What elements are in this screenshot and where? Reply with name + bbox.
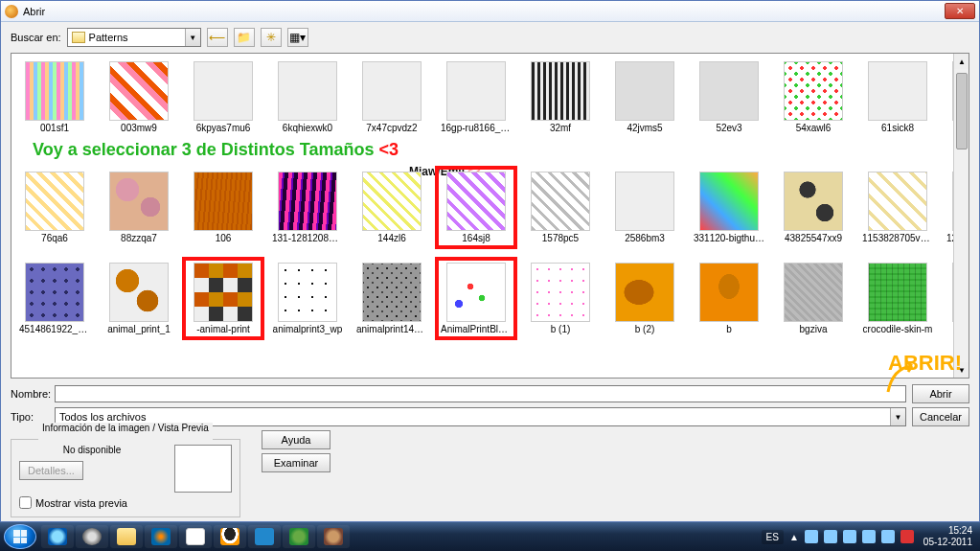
taskbar-app2-icon[interactable] [317,525,350,548]
tray-icon[interactable] [862,530,876,543]
file-item[interactable]: AnimalPrintBlog... [441,263,512,334]
file-thumbnail [278,172,337,231]
taskbar-hp-icon[interactable] [76,525,108,548]
tray-ati-icon[interactable] [900,530,914,543]
taskbar-app1-icon[interactable] [283,525,315,548]
file-item[interactable]: 6kqhiexwk0 [272,61,343,133]
filename-input[interactable] [55,385,906,402]
file-label: bgziva [778,324,849,334]
file-item[interactable]: bgziva [778,263,849,334]
file-item[interactable]: 32mf [525,61,596,133]
titlebar: Abrir ✕ [1,1,979,22]
back-button[interactable]: ⟵ [207,28,228,47]
scrollbar-thumb[interactable] [956,73,968,149]
tray-network-icon[interactable] [824,530,837,543]
vertical-scrollbar[interactable]: ▲ ▼ [953,54,969,378]
file-item[interactable]: 61sick8 [862,61,933,133]
taskbar-photoscape-icon[interactable] [248,525,281,548]
taskbar-notepad-icon[interactable] [179,525,212,548]
file-label: 42jvms5 [609,123,680,133]
file-item[interactable]: 16gp-ru8166_md [441,61,512,133]
file-item[interactable]: 54xawl6 [778,61,849,133]
file-item[interactable]: b (1) [525,263,596,334]
tray-icon[interactable] [805,530,818,543]
file-label: 2586bm3 [609,233,680,243]
language-indicator[interactable]: ES [762,530,784,544]
file-item[interactable]: b [694,263,764,334]
folder-combo[interactable]: Patterns ▼ [67,28,201,47]
file-item[interactable]: 88zzqa7 [103,172,174,243]
taskbar-clock[interactable]: 15:24 05-12-2011 [920,525,976,548]
taskbar-ie-icon[interactable] [41,525,74,548]
file-item[interactable]: b (2) [609,263,680,334]
file-item[interactable]: -animal-print [188,263,259,334]
file-label: 61sick8 [862,123,933,133]
scroll-down-icon[interactable]: ▼ [954,362,969,378]
file-item[interactable]: 4514861922_e1b... [19,263,90,334]
show-preview-checkbox[interactable] [19,496,32,509]
file-item[interactable]: 42jvms5 [609,61,680,133]
open-button[interactable]: Abrir [912,384,969,403]
file-item[interactable]: 52ev3 [694,61,764,133]
file-thumbnail [531,263,590,322]
up-folder-button[interactable]: 📁 [234,28,255,47]
file-item[interactable]: 331120-bigthum... [694,172,764,243]
taskbar-wmp-icon[interactable] [145,525,177,548]
file-label: 32mf [525,123,596,133]
file-label: 16gp-ru8166_md [441,123,512,133]
file-item[interactable]: 1153828705v2h9S7 [862,172,933,243]
help-button[interactable]: Ayuda [262,430,330,449]
file-label: 43825547xx9 [778,233,849,243]
scroll-up-icon[interactable]: ▲ [954,54,969,69]
file-label: AnimalPrintBlog... [441,324,512,334]
file-item[interactable]: 144zl6 [356,172,427,243]
close-button[interactable]: ✕ [945,3,975,19]
show-hidden-icon[interactable]: ▲ [789,532,799,542]
file-item[interactable]: crocodile-skin-m [862,263,933,334]
file-item[interactable]: 001sf1 [19,61,90,133]
file-thumbnail [25,172,84,231]
file-label: b [694,324,764,334]
file-item[interactable]: 76qa6 [19,172,90,243]
tray-bluetooth-icon[interactable] [881,530,895,543]
preview-box [174,445,232,493]
file-item[interactable]: 43825547xx9 [778,172,849,243]
file-thumbnail [194,172,253,231]
file-item[interactable]: 106 [188,172,259,243]
file-thumbnail [531,172,590,231]
cancel-button[interactable]: Cancelar [912,407,969,426]
file-thumbnail [784,61,843,121]
file-item[interactable]: 131-1281208110-... [272,172,343,243]
taskbar-explorer-icon[interactable] [110,525,143,548]
file-label: 52ev3 [694,123,764,133]
file-item[interactable]: animalprint14_wp [356,263,427,334]
preview-not-available: No disponible [19,445,165,455]
taskbar-tux-icon[interactable] [214,525,246,548]
file-item[interactable]: 1578pc5 [525,172,596,243]
filename-label: Nombre: [11,388,49,400]
file-label: 331120-bigthum... [694,233,764,243]
browse-button[interactable]: Examinar [262,453,330,472]
file-item[interactable]: animal_print_1 [103,263,174,334]
file-item[interactable]: 6kpyas7mu6 [188,61,259,133]
file-item[interactable]: 2586bm3 [609,172,680,243]
view-menu-button[interactable]: ▦▾ [287,28,308,47]
file-thumbnail [615,61,674,121]
file-item[interactable]: 003mw9 [103,61,174,133]
file-label: 106 [188,233,259,243]
file-thumbnail [25,263,84,322]
chevron-down-icon[interactable]: ▼ [890,408,905,425]
file-thumbnail [362,263,422,322]
file-thumbnail [784,172,843,231]
start-button[interactable] [4,524,36,549]
file-item[interactable]: animalprint3_wp [272,263,343,334]
file-item[interactable]: 164sj8 [441,172,512,243]
file-item[interactable]: 7x47cpvdz2 [356,61,427,133]
tray-volume-icon[interactable] [843,530,856,543]
file-label: -animal-print [188,324,259,334]
annotation-main: Voy a seleccionar 3 de Distintos Tamaños… [33,140,399,160]
chevron-down-icon[interactable]: ▼ [185,29,200,46]
new-folder-button[interactable]: ✳ [261,28,282,47]
file-list[interactable]: 001sf1003mw96kpyas7mu66kqhiexwk07x47cpvd… [11,53,969,379]
file-label: 6kpyas7mu6 [188,123,259,133]
